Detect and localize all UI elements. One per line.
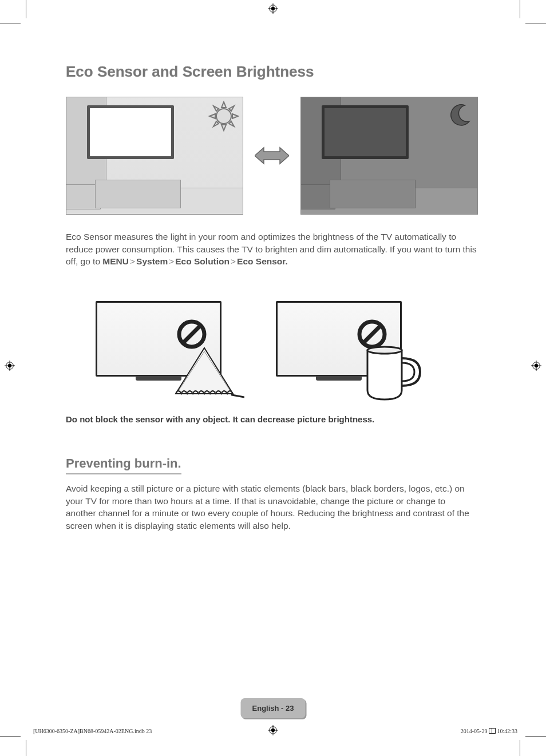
- svg-line-27: [183, 326, 200, 343]
- burn-in-paragraph: Avoid keeping a still picture or a pictu…: [66, 482, 478, 532]
- mug-icon: [362, 345, 425, 404]
- room-day-illustration: [66, 97, 243, 215]
- footer-timestamp: 2014-05-29 10:42:33: [461, 728, 517, 734]
- crop-mark: [525, 736, 546, 737]
- crop-mark: [525, 23, 546, 23]
- crop-mark: [520, 740, 520, 756]
- svg-marker-23: [229, 106, 234, 111]
- tv-mug-illustration: [276, 295, 425, 398]
- room-night-illustration: [300, 97, 478, 215]
- footer-date: 2014-05-29: [461, 728, 489, 734]
- crop-mark: [26, 740, 26, 756]
- menu-step: Eco Solution: [175, 256, 230, 266]
- menu-path: MENU>System>Eco Solution>Eco Sensor.: [102, 256, 287, 266]
- svg-marker-18: [221, 125, 226, 130]
- svg-rect-35: [489, 729, 492, 733]
- page-number-badge: English - 23: [241, 698, 306, 718]
- crop-mark: [26, 0, 26, 18]
- sun-icon: [208, 101, 239, 132]
- double-arrow-icon: [255, 147, 289, 165]
- registration-mark-icon: [268, 3, 278, 14]
- menu-step: Eco Sensor: [237, 256, 285, 266]
- tv-notebook-illustration: [96, 295, 244, 398]
- svg-marker-19: [209, 114, 215, 118]
- illustration-row: [66, 97, 478, 215]
- eco-sensor-paragraph: Eco Sensor measures the light in your ro…: [66, 231, 478, 268]
- menu-step: MENU: [102, 256, 129, 266]
- footer-filename: [UH6300-6350-ZA]BN68-05942A-02ENG.indb 2…: [33, 728, 152, 734]
- crop-mark: [520, 0, 520, 18]
- block-sensor-note: Do not block the sensor with any object.…: [66, 414, 478, 424]
- page-title: Eco Sensor and Screen Brightness: [66, 63, 478, 81]
- crop-mark: [0, 23, 21, 23]
- svg-marker-17: [221, 102, 226, 108]
- registration-mark-icon: [531, 361, 541, 371]
- burn-in-subtitle: Preventing burn-in.: [66, 456, 181, 474]
- moon-icon: [446, 101, 474, 128]
- svg-line-30: [232, 395, 244, 397]
- svg-marker-24: [213, 121, 219, 126]
- dont-block-illustration-row: [96, 295, 478, 398]
- indesign-icon: [489, 728, 496, 734]
- footer-time: 10:42:33: [497, 728, 517, 734]
- svg-point-16: [216, 109, 231, 124]
- svg-marker-21: [213, 106, 219, 111]
- svg-marker-20: [232, 114, 238, 118]
- svg-line-32: [363, 326, 381, 343]
- registration-mark-icon: [268, 725, 278, 735]
- notebook-icon: [164, 345, 244, 402]
- registration-mark-icon: [5, 361, 15, 371]
- svg-marker-29: [178, 351, 231, 391]
- svg-marker-25: [255, 148, 289, 164]
- crop-mark: [0, 736, 21, 737]
- svg-rect-36: [492, 729, 495, 733]
- svg-point-33: [367, 347, 402, 354]
- menu-step: System: [136, 256, 168, 266]
- svg-marker-22: [229, 121, 234, 126]
